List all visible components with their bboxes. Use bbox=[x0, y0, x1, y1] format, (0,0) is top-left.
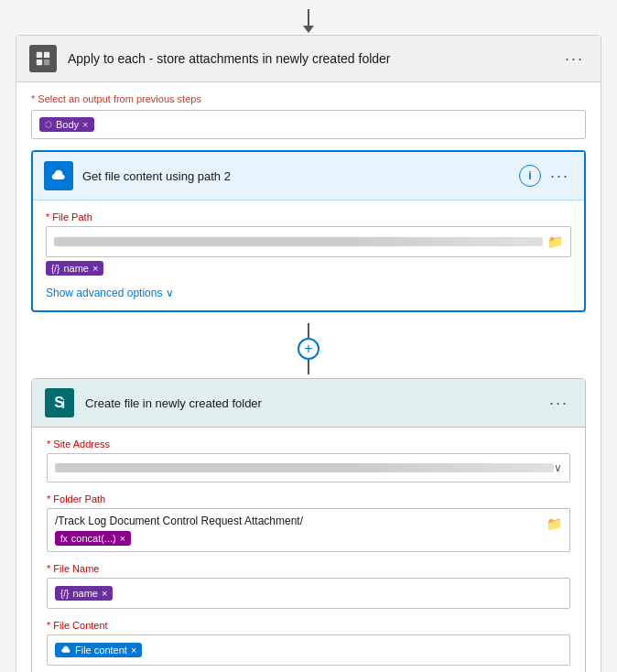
file-path-label: * File Path bbox=[46, 211, 571, 222]
blurred-value bbox=[54, 237, 543, 246]
site-address-label: * Site Address bbox=[47, 439, 570, 450]
name-tag-close[interactable]: × bbox=[92, 263, 98, 274]
plus-connector: + bbox=[31, 323, 586, 374]
select-output-label: * Select an output from previous steps bbox=[31, 93, 586, 104]
get-file-card: Get file content using path 2 i ··· * Fi… bbox=[31, 150, 586, 312]
apply-card-title: Apply to each - store attachments in new… bbox=[68, 51, 561, 66]
apply-card-body: * Select an output from previous steps ⬡… bbox=[16, 82, 601, 672]
folder-browse-icon-2[interactable]: 📁 bbox=[547, 516, 562, 531]
connector-line-top bbox=[308, 323, 309, 338]
file-content-input[interactable]: File content × bbox=[47, 634, 570, 666]
name-tag: {/} name × bbox=[46, 261, 103, 276]
create-file-title: Create file in newly created folder bbox=[85, 396, 546, 410]
apply-more-button[interactable]: ··· bbox=[561, 49, 588, 69]
site-address-blurred bbox=[55, 463, 554, 472]
cloud-icon bbox=[44, 161, 73, 190]
folder-browse-icon[interactable]: 📁 bbox=[547, 234, 563, 249]
code-icon-2: {/} bbox=[60, 589, 69, 599]
show-advanced-options[interactable]: Show advanced options ∨ bbox=[46, 287, 571, 299]
folder-path-text: /Track Log Document Control Request Atta… bbox=[55, 515, 303, 527]
file-name-label: * File Name bbox=[47, 563, 570, 574]
file-path-input[interactable]: 📁 bbox=[46, 226, 571, 257]
svg-rect-3 bbox=[44, 60, 49, 65]
get-file-more-button[interactable]: ··· bbox=[547, 167, 573, 186]
folder-path-field: * Folder Path /Track Log Document Contro… bbox=[47, 493, 570, 552]
file-name-tag-close[interactable]: × bbox=[102, 588, 107, 599]
fx-label: fx bbox=[60, 534, 68, 544]
file-content-field: * File Content File content × bbox=[47, 620, 570, 666]
concat-close[interactable]: × bbox=[120, 533, 125, 544]
concat-tag: fx concat(...) × bbox=[55, 531, 131, 546]
info-button[interactable]: i bbox=[519, 165, 541, 187]
create-file-card-header: S j Create file in newly created folder … bbox=[32, 379, 585, 428]
file-content-tag: File content × bbox=[55, 643, 142, 657]
file-content-close[interactable]: × bbox=[131, 645, 136, 656]
tag-code-icon: {/} bbox=[51, 264, 60, 274]
cloud-icon-small bbox=[60, 645, 71, 655]
folder-path-input[interactable]: /Track Log Document Control Request Atta… bbox=[47, 508, 570, 552]
sharepoint-icon: S j bbox=[45, 388, 74, 417]
apply-to-each-card: Apply to each - store attachments in new… bbox=[16, 35, 601, 672]
loop-icon bbox=[35, 50, 51, 67]
file-name-input[interactable]: {/} name × bbox=[47, 578, 570, 609]
create-file-card-body: * Site Address ∨ * Folder Path /Track Lo… bbox=[32, 428, 585, 672]
file-content-label: * File Content bbox=[47, 620, 570, 631]
body-tag-close[interactable]: × bbox=[82, 119, 88, 130]
site-address-chevron[interactable]: ∨ bbox=[554, 461, 562, 474]
file-path-field: * File Path 📁 {/} name × bbox=[46, 211, 571, 276]
svg-rect-2 bbox=[37, 60, 42, 65]
plus-button[interactable]: + bbox=[298, 338, 319, 360]
body-tag: ⬡ Body × bbox=[39, 117, 94, 132]
connector-line-bottom bbox=[308, 360, 309, 374]
output-tag-input[interactable]: ⬡ Body × bbox=[31, 110, 586, 139]
apply-icon bbox=[29, 45, 57, 72]
tag-icon: ⬡ bbox=[45, 120, 52, 129]
file-name-field: * File Name {/} name × bbox=[47, 563, 570, 609]
svg-rect-0 bbox=[37, 52, 42, 58]
top-arrow bbox=[299, 9, 318, 33]
site-address-input[interactable]: ∨ bbox=[47, 453, 570, 482]
cloud-svg bbox=[50, 168, 67, 184]
file-name-tag: {/} name × bbox=[55, 586, 113, 601]
get-file-card-header: Get file content using path 2 i ··· bbox=[33, 152, 584, 201]
create-file-more-button[interactable]: ··· bbox=[546, 394, 572, 413]
create-file-card: S j Create file in newly created folder … bbox=[31, 378, 586, 672]
get-file-card-body: * File Path 📁 {/} name × bbox=[33, 201, 584, 310]
apply-card-header: Apply to each - store attachments in new… bbox=[16, 36, 601, 82]
folder-path-label: * Folder Path bbox=[47, 493, 570, 504]
get-file-title: Get file content using path 2 bbox=[82, 169, 519, 183]
svg-rect-1 bbox=[44, 52, 49, 58]
name-tag-row: {/} name × bbox=[46, 261, 571, 276]
site-address-field: * Site Address ∨ bbox=[47, 439, 570, 482]
